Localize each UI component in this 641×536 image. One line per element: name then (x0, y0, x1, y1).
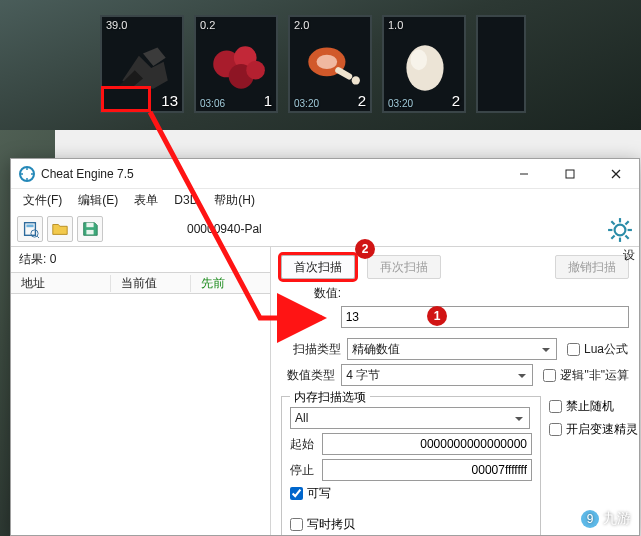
settings-gear-icon[interactable] (607, 217, 633, 243)
svg-line-30 (625, 235, 628, 238)
window-title: Cheat Engine 7.5 (41, 167, 501, 181)
berries-icon (206, 35, 268, 93)
value-input[interactable] (341, 306, 629, 328)
svg-point-12 (411, 49, 428, 70)
cheat-engine-window: Cheat Engine 7.5 文件(F) 编辑(E) 表单 D3D 帮助(H… (10, 158, 640, 536)
svg-rect-23 (86, 229, 93, 234)
inventory-row: 39.0 13 0.2 03:06 1 2.0 03:20 2 1.0 03:2… (100, 15, 526, 113)
menu-table[interactable]: 表单 (128, 190, 164, 211)
memory-scan-options: 内存扫描选项 All 起始 停止 可写 写时拷贝 (281, 396, 541, 535)
svg-line-29 (611, 221, 614, 224)
slot-count: 2 (358, 92, 366, 109)
slot-weight: 0.2 (200, 19, 215, 31)
col-previous[interactable]: 先前 (191, 275, 251, 292)
cheat-engine-logo-icon (19, 166, 35, 182)
svg-point-6 (246, 61, 265, 80)
col-address[interactable]: 地址 (11, 275, 111, 292)
slot-timer: 03:20 (294, 98, 319, 109)
next-scan-button: 再次扫描 (367, 255, 441, 279)
titlebar[interactable]: Cheat Engine 7.5 (11, 159, 639, 189)
slot-count: 2 (452, 92, 460, 109)
memory-scan-legend: 内存扫描选项 (290, 389, 370, 406)
svg-point-8 (317, 55, 338, 69)
settings-label[interactable]: 设 (623, 247, 635, 264)
undo-scan-button: 撤销扫描 (555, 255, 629, 279)
svg-rect-19 (26, 224, 33, 227)
svg-point-10 (352, 76, 360, 84)
value-type-label: 数值类型 (281, 367, 335, 384)
col-value[interactable]: 当前值 (111, 275, 191, 292)
inventory-slot-empty[interactable] (476, 15, 526, 113)
scan-type-label: 扫描类型 (281, 341, 341, 358)
svg-rect-15 (566, 170, 574, 178)
results-pane: 结果: 0 地址 当前值 先前 (11, 247, 271, 535)
maximize-button[interactable] (547, 159, 593, 189)
close-button[interactable] (593, 159, 639, 189)
start-input[interactable] (322, 433, 532, 455)
svg-line-31 (611, 235, 614, 238)
slot-count: 1 (264, 92, 272, 109)
menu-d3d[interactable]: D3D (168, 191, 204, 209)
scan-type-select[interactable]: 精确数值 (347, 338, 557, 360)
toolbar: 00000940-Pal (11, 211, 639, 247)
slot-timer: 03:20 (388, 98, 413, 109)
svg-line-21 (37, 236, 39, 238)
inventory-slot-egg[interactable]: 1.0 03:20 2 (382, 15, 466, 113)
save-button[interactable] (77, 216, 103, 242)
inventory-slot-berries[interactable]: 0.2 03:06 1 (194, 15, 278, 113)
meat-icon (300, 35, 362, 93)
results-header: 地址 当前值 先前 (11, 272, 270, 294)
menu-edit[interactable]: 编辑(E) (72, 190, 124, 211)
speedhack-checkbox[interactable]: 开启变速精灵 (549, 421, 638, 438)
scan-pane: 设 首次扫描 再次扫描 撤销扫描 数值: 扫描类型 精确数值 Lua公式 数值类… (271, 247, 639, 535)
copy-on-write-checkbox[interactable]: 写时拷贝 (290, 516, 532, 533)
slot-weight: 39.0 (106, 19, 127, 31)
stop-label: 停止 (290, 462, 322, 479)
slot-weight: 1.0 (388, 19, 403, 31)
results-count: 结果: 0 (11, 247, 270, 272)
no-random-checkbox[interactable]: 禁止随机 (549, 398, 638, 415)
not-logic-checkbox[interactable]: 逻辑"非"运算 (543, 367, 629, 384)
open-file-button[interactable] (47, 216, 73, 242)
stop-input[interactable] (322, 459, 532, 481)
svg-line-32 (625, 221, 628, 224)
open-process-button[interactable] (17, 216, 43, 242)
lua-formula-checkbox[interactable]: Lua公式 (567, 341, 628, 358)
process-label: 00000940-Pal (187, 222, 262, 236)
egg-icon (394, 35, 456, 93)
inventory-slot-meat[interactable]: 2.0 03:20 2 (288, 15, 372, 113)
value-label: 数值: (281, 285, 341, 302)
writable-checkbox[interactable]: 可写 (290, 485, 532, 502)
menu-file[interactable]: 文件(F) (17, 190, 68, 211)
value-type-select[interactable]: 4 字节 (341, 364, 533, 386)
inventory-slot-coal[interactable]: 39.0 13 (100, 15, 184, 113)
start-label: 起始 (290, 436, 322, 453)
svg-point-24 (615, 225, 626, 236)
slot-weight: 2.0 (294, 19, 309, 31)
memory-range-select[interactable]: All (290, 407, 530, 429)
svg-rect-22 (86, 222, 93, 227)
menubar: 文件(F) 编辑(E) 表单 D3D 帮助(H) (11, 189, 639, 211)
svg-point-11 (406, 45, 443, 90)
coal-icon (112, 35, 174, 93)
minimize-button[interactable] (501, 159, 547, 189)
svg-point-20 (31, 229, 38, 236)
slot-timer: 03:06 (200, 98, 225, 109)
menu-help[interactable]: 帮助(H) (208, 190, 261, 211)
slot-count: 13 (161, 92, 178, 109)
first-scan-button[interactable]: 首次扫描 (281, 255, 355, 279)
